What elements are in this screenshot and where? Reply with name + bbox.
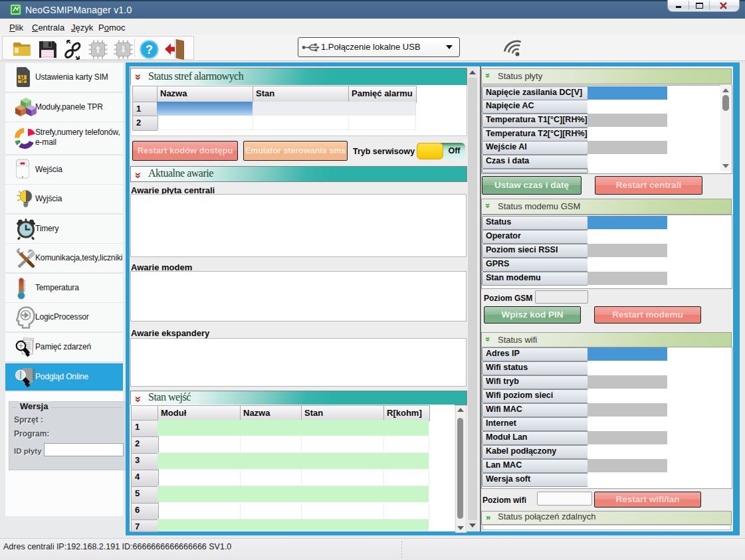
svg-text:?: ? (146, 43, 153, 56)
